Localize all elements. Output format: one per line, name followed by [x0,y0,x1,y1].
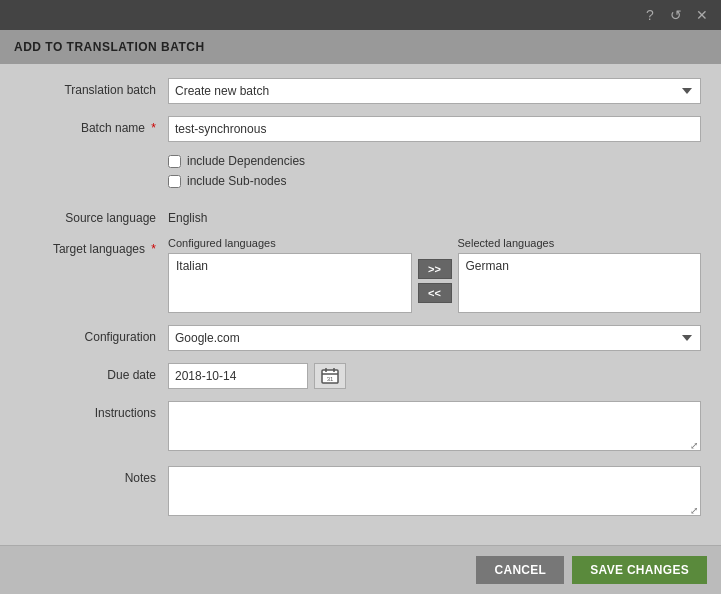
date-container: 31 [168,363,701,389]
batch-name-label: Batch name * [20,116,168,135]
include-dependencies-checkbox-row: include Dependencies [168,154,701,168]
move-left-button[interactable]: << [418,283,452,303]
calendar-button[interactable]: 31 [314,363,346,389]
instructions-row: Instructions ⤢ [20,401,701,454]
target-languages-label: Target languages * [20,237,168,256]
title-bar: ? ↺ ✕ [0,0,721,30]
dialog-title: ADD TO TRANSLATION BATCH [14,40,205,54]
languages-container: Configured languages Italian >> << Selec… [168,237,701,313]
refresh-icon[interactable]: ↺ [667,6,685,24]
cancel-button[interactable]: CANCEL [476,556,564,584]
configured-languages-column: Configured languages Italian [168,237,412,313]
instructions-wrapper: ⤢ [168,401,701,454]
svg-text:31: 31 [327,376,334,382]
dialog: ADD TO TRANSLATION BATCH Translation bat… [0,30,721,594]
configured-languages-label: Configured languages [168,237,412,249]
include-subnodes-checkbox-row: include Sub-nodes [168,174,701,188]
due-date-label: Due date [20,363,168,382]
batch-name-control [168,116,701,142]
configured-languages-list[interactable]: Italian [168,253,412,313]
selected-languages-label: Selected languages [458,237,702,249]
close-icon[interactable]: ✕ [693,6,711,24]
configuration-select[interactable]: Google.com [168,325,701,351]
include-dependencies-label: include Dependencies [187,154,305,168]
translation-batch-row: Translation batch Create new batch [20,78,701,104]
source-language-value: English [168,206,701,225]
list-item[interactable]: Italian [172,257,408,275]
notes-expand-icon[interactable]: ⤢ [690,505,698,516]
target-languages-required: * [151,242,156,256]
dialog-header: ADD TO TRANSLATION BATCH [0,30,721,64]
batch-name-input[interactable] [168,116,701,142]
batch-name-required: * [151,121,156,135]
help-icon[interactable]: ? [641,6,659,24]
notes-row: Notes ⤢ [20,466,701,519]
source-language-label: Source language [20,206,168,225]
instructions-label: Instructions [20,401,168,420]
instructions-textarea[interactable] [168,401,701,451]
move-right-button[interactable]: >> [418,259,452,279]
include-subnodes-label: include Sub-nodes [187,174,286,188]
include-subnodes-checkbox[interactable] [168,175,181,188]
batch-name-row: Batch name * [20,116,701,142]
save-button[interactable]: SAVE CHANGES [572,556,707,584]
include-dependencies-row: include Dependencies include Sub-nodes [20,154,701,194]
selected-languages-column: Selected languages German [458,237,702,313]
source-language-row: Source language English [20,206,701,225]
lang-arrows: >> << [418,237,452,303]
configuration-label: Configuration [20,325,168,344]
due-date-input[interactable] [168,363,308,389]
notes-wrapper: ⤢ [168,466,701,519]
dialog-body: Translation batch Create new batch Batch… [0,64,721,545]
instructions-expand-icon[interactable]: ⤢ [690,440,698,451]
dialog-footer: CANCEL SAVE CHANGES [0,545,721,594]
translation-batch-select[interactable]: Create new batch [168,78,701,104]
due-date-row: Due date 31 [20,363,701,389]
calendar-icon: 31 [321,367,339,385]
translation-batch-label: Translation batch [20,78,168,97]
configuration-row: Configuration Google.com [20,325,701,351]
include-dependencies-checkbox[interactable] [168,155,181,168]
notes-textarea[interactable] [168,466,701,516]
target-languages-row: Target languages * Configured languages … [20,237,701,313]
notes-label: Notes [20,466,168,485]
list-item[interactable]: German [462,257,698,275]
selected-languages-list[interactable]: German [458,253,702,313]
translation-batch-control: Create new batch [168,78,701,104]
